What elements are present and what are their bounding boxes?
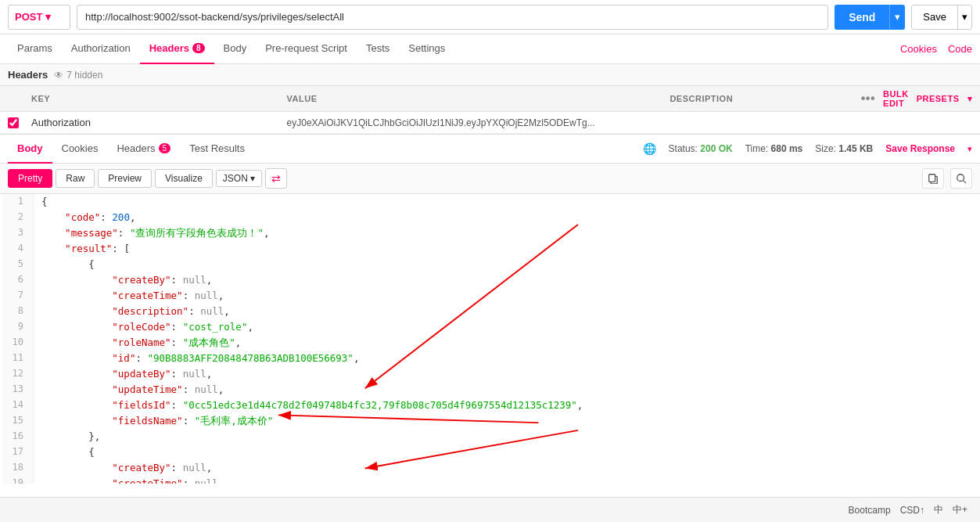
tab-params-label: Params — [17, 42, 52, 54]
response-status-area: 🌐 Status: 200 OK Time: 680 ms Size: 1.45… — [643, 142, 972, 155]
save-response-button[interactable]: Save Response — [885, 143, 955, 154]
hidden-headers-toggle[interactable]: 👁 7 hidden — [54, 70, 102, 81]
json-line: 13 "updateTime": null, — [2, 382, 980, 398]
wrap-icon: ⇄ — [271, 172, 281, 185]
line-number: 8 — [2, 304, 34, 319]
line-number: 12 — [2, 366, 34, 382]
raw-button[interactable]: Raw — [56, 169, 95, 188]
code-link[interactable]: Code — [948, 43, 972, 55]
url-input[interactable] — [77, 5, 828, 30]
tab-body-label: Body — [224, 42, 247, 54]
json-line: 10 "roleName": "成本角色", — [2, 335, 980, 351]
eye-icon: 👁 — [54, 70, 63, 81]
line-number: 6 — [2, 272, 34, 288]
line-number: 9 — [2, 319, 34, 335]
size-label: Size: 1.45 KB — [815, 143, 873, 154]
json-viewer: 1{2 "code": 200,3 "message": "查询所有字段角色表成… — [0, 194, 980, 484]
line-content: "updateBy": null, — [41, 366, 980, 382]
method-selector[interactable]: POST ▾ — [8, 5, 70, 30]
json-line: 3 "message": "查询所有字段角色表成功！", — [2, 225, 980, 241]
send-button-group: Send ▾ — [835, 5, 905, 30]
search-icon-button[interactable] — [950, 168, 972, 189]
send-dropdown-button[interactable]: ▾ — [889, 5, 905, 30]
line-number: 4 — [2, 241, 34, 257]
line-number: 14 — [2, 398, 34, 413]
line-number: 11 — [2, 351, 34, 366]
tab-settings[interactable]: Settings — [399, 34, 454, 64]
tab-headers-badge: 8 — [192, 43, 205, 53]
row-checkbox-cell — [8, 117, 31, 128]
status-ok: 200 OK — [700, 143, 732, 154]
tab-body[interactable]: Body — [214, 34, 257, 64]
copy-icon-button[interactable] — [922, 168, 944, 189]
bulk-edit-button[interactable]: Bulk Edit — [883, 89, 909, 108]
time-value: 680 ms — [771, 143, 803, 154]
pretty-button[interactable]: Pretty — [8, 169, 52, 188]
resp-tab-testresults-label: Test Results — [189, 142, 245, 154]
line-number: 1 — [2, 194, 34, 210]
resp-tab-cookies[interactable]: Cookies — [52, 134, 108, 164]
json-line: 15 "fieldsName": "毛利率,成本价" — [2, 413, 980, 429]
presets-button[interactable]: Presets — [917, 94, 960, 103]
save-button[interactable]: Save — [912, 5, 957, 29]
line-number: 15 — [2, 413, 34, 429]
save-response-dropdown-icon[interactable]: ▾ — [967, 144, 972, 154]
table-col-key: KEY — [31, 94, 287, 103]
headers-section-bar: Headers 👁 7 hidden — [0, 64, 980, 86]
line-content: "id": "90B8883AFF20848478B63ADB100E56693… — [41, 351, 980, 366]
json-line: 5 { — [2, 257, 980, 272]
response-tab-bar: Body Cookies Headers 5 Test Results 🌐 St… — [0, 134, 980, 164]
line-number: 13 — [2, 382, 34, 398]
tab-authorization[interactable]: Authorization — [62, 34, 140, 64]
line-content: "createTime": null, — [41, 476, 980, 484]
save-dropdown-button[interactable]: ▾ — [957, 5, 971, 29]
json-line: 12 "updateBy": null, — [2, 366, 980, 382]
size-value: 1.45 KB — [838, 143, 873, 154]
line-content: "result": [ — [41, 241, 980, 257]
method-label: POST — [15, 11, 42, 23]
tab-nav-right: Cookies Code — [900, 43, 972, 55]
wrap-icon-button[interactable]: ⇄ — [265, 168, 287, 189]
json-line: 4 "result": [ — [2, 241, 980, 257]
globe-icon[interactable]: 🌐 — [643, 142, 656, 155]
resp-tab-cookies-label: Cookies — [62, 142, 99, 154]
tab-headers-label: Headers — [149, 42, 189, 54]
resp-tab-body-label: Body — [17, 142, 43, 154]
presets-dropdown-icon[interactable]: ▾ — [967, 94, 973, 104]
json-line: 9 "roleCode": "cost_role", — [2, 319, 980, 335]
line-content: { — [41, 194, 980, 210]
line-content: "description": null, — [41, 304, 980, 319]
format-selector[interactable]: JSON ▾ — [216, 170, 262, 187]
svg-rect-1 — [929, 175, 935, 182]
three-dots-menu[interactable]: ••• — [861, 92, 875, 106]
json-line: 14 "fieldsId": "0cc51edc3e1d44c78d2f0497… — [2, 398, 980, 413]
resp-tab-testresults[interactable]: Test Results — [180, 134, 254, 164]
resp-tab-body[interactable]: Body — [8, 134, 52, 164]
line-number: 5 — [2, 257, 34, 272]
tab-headers[interactable]: Headers 8 — [140, 34, 214, 64]
resp-tab-headers-badge: 5 — [159, 143, 171, 153]
tab-params[interactable]: Params — [8, 34, 62, 64]
line-number: 17 — [2, 445, 34, 460]
line-number: 3 — [2, 225, 34, 241]
json-line: 1{ — [2, 194, 980, 210]
line-content: "createTime": null, — [41, 288, 980, 304]
send-button[interactable]: Send — [835, 5, 889, 30]
tab-authorization-label: Authorization — [71, 42, 131, 54]
line-content: { — [41, 257, 980, 272]
row-checkbox[interactable] — [8, 117, 19, 128]
table-header-actions: ••• Bulk Edit Presets ▾ — [925, 89, 972, 108]
preview-button[interactable]: Preview — [98, 169, 152, 188]
line-number: 10 — [2, 335, 34, 351]
tab-prerequest[interactable]: Pre-request Script — [256, 34, 357, 64]
visualize-button[interactable]: Visualize — [155, 169, 213, 188]
cookies-link[interactable]: Cookies — [900, 43, 937, 55]
line-content: "updateTime": null, — [41, 382, 980, 398]
resp-tab-headers[interactable]: Headers 5 — [107, 134, 180, 164]
row-key-cell: Authorization — [31, 117, 287, 128]
tab-tests[interactable]: Tests — [357, 34, 399, 64]
json-line: 11 "id": "90B8883AFF20848478B63ADB100E56… — [2, 351, 980, 366]
json-line: 16 }, — [2, 429, 980, 445]
method-dropdown-icon: ▾ — [45, 11, 51, 23]
row-value-cell: eyJ0eXAiOiJKV1QiLCJhbGciOiJIUzI1NiJ9.eyJ… — [287, 117, 670, 128]
